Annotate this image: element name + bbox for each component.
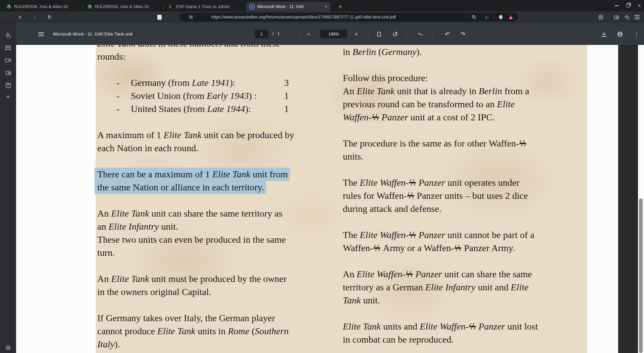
fit-page-icon[interactable]: [374, 30, 384, 39]
download-icon[interactable]: [599, 30, 608, 39]
text-line: If Germany takes over Italy, the German …: [97, 311, 339, 325]
reader-mode-icon[interactable]: ▷: [484, 14, 491, 20]
text-line: Follow this procedure:: [343, 71, 584, 84]
more-options-icon[interactable]: ⋮: [632, 30, 641, 39]
toolbar-separator: [300, 31, 300, 38]
tab-rulebook-2[interactable]: RULEBOOK, Axis & Allies Glob: [84, 2, 162, 11]
scrollbar-thumb[interactable]: [639, 198, 643, 353]
tab-active-pdf[interactable]: ★ Microsoft Word - 11. G40 ×: [246, 2, 330, 11]
window-close-button[interactable]: ×: [636, 3, 643, 8]
text-line: Waffen-ϟϟ Army or a Waffen-ϟϟ Panzer Arm…: [343, 241, 584, 254]
text-run: Italy: [97, 339, 114, 349]
paragraph: An Elite Tank unit that is already in Be…: [343, 84, 584, 124]
bookmarks-icon[interactable]: [5, 82, 11, 89]
add-panel-icon[interactable]: +: [5, 94, 11, 100]
tab-close-icon[interactable]: ×: [322, 4, 327, 9]
text-run: ϟϟ: [519, 138, 525, 149]
tab-title: RULEBOOK, Axis & Allies Glob: [14, 4, 68, 9]
text-run: unit and: [476, 282, 511, 292]
address-bar[interactable]: https://www.axisandallies.org/forums/ass…: [179, 13, 518, 21]
text-line: Waffen-ϟϟ Panzer unit at a cost of 2 IPC…: [343, 111, 584, 124]
highlighted-line: There can be a maximum of 1 Elite Tank u…: [97, 168, 339, 181]
rotate-icon[interactable]: ↺: [390, 30, 400, 39]
text-run: Panzer units – but uses 2 dice: [414, 190, 528, 201]
text-run: ):: [230, 77, 235, 88]
url-text[interactable]: https://www.axisandallies.org/forums/ass…: [211, 15, 396, 19]
video-icon[interactable]: [5, 57, 11, 64]
list-item: -Germany (from Late 1941):3: [97, 76, 339, 89]
text-run: ϟϟ: [407, 190, 413, 201]
text-run: ϟϟ: [406, 269, 412, 279]
scrollbar-track[interactable]: [638, 45, 644, 353]
forward-icon[interactable]: ›: [31, 13, 39, 21]
left-column: Elite Tank units in these numbers and fr…: [97, 45, 339, 351]
page-number-input[interactable]: 1: [255, 30, 268, 38]
zoom-in-icon[interactable]: +: [352, 30, 361, 39]
new-tab-button[interactable]: +: [336, 2, 345, 11]
wallet-icon[interactable]: [5, 69, 11, 76]
text-run: ϟϟ: [409, 230, 415, 240]
back-icon[interactable]: ‹: [16, 13, 24, 21]
pdf-menu-icon[interactable]: [36, 30, 46, 39]
brave-sidebar: + ⚙: [0, 23, 16, 353]
text-run: Late 1941: [192, 77, 230, 88]
text-run: An: [97, 208, 111, 219]
text-run: ).: [114, 339, 120, 349]
text-run: during attack and defense.: [343, 203, 441, 214]
print-icon[interactable]: [615, 30, 625, 39]
text-line: These two units can even be produced in …: [97, 233, 339, 246]
text-run: Elite Tank: [97, 45, 135, 49]
text-line: Elite Tank units in these numbers and fr…: [97, 45, 339, 50]
text-run: The: [343, 177, 360, 188]
text-run: Elite Tank: [343, 321, 381, 332]
browser-toolbar: ‹ › ↻ https://www.axisandallies.org/foru…: [0, 11, 644, 23]
window-restore-button[interactable]: [625, 3, 631, 8]
annotate-icon[interactable]: [416, 30, 425, 39]
text-run: previous round can be transformed to an: [343, 99, 497, 109]
text-run: unit that is already in: [395, 86, 479, 96]
search-panel-icon[interactable]: [596, 13, 605, 21]
reload-icon[interactable]: ↻: [45, 13, 54, 21]
text-run: Panzer: [379, 112, 408, 122]
zoom-out-icon[interactable]: −: [304, 30, 313, 39]
leo-sparkle-icon[interactable]: [623, 13, 631, 21]
tab-rulebook-1[interactable]: RULEBOOK, Axis & Allies Glob: [3, 2, 81, 11]
text-run: units and: [381, 321, 420, 332]
window-minimize-button[interactable]: [613, 3, 620, 8]
text-run: The procedure is the same as for other W…: [343, 138, 519, 149]
text-run: Soviet Union (from: [131, 91, 207, 101]
zoom-in-page-icon[interactable]: [471, 14, 477, 20]
reading-list-icon[interactable]: [5, 45, 11, 51]
brave-shields-lion-icon[interactable]: [497, 14, 504, 20]
paragraph: Elite Tank units in these numbers and fr…: [97, 45, 339, 63]
text-run: The: [343, 230, 360, 240]
text-run: Waffen-: [343, 112, 372, 122]
text-run: Panzer: [416, 230, 445, 240]
menu-icon[interactable]: [633, 13, 641, 21]
text-run: Elite Infantry: [425, 282, 476, 292]
site-settings-icon[interactable]: [187, 14, 194, 20]
tab-exp-game[interactable]: ♞ EXP Game 1 Trout vs Johnny: [165, 2, 245, 11]
brave-rewards-triangle-icon[interactable]: [507, 14, 514, 20]
text-run: rounds:: [97, 51, 125, 62]
text-run: Elite Waffen-: [420, 321, 469, 332]
settings-gear-icon[interactable]: ⚙: [5, 344, 11, 351]
text-line: Italy).: [97, 338, 339, 351]
wallet-icon[interactable]: [612, 13, 621, 21]
undo-icon[interactable]: ↶: [443, 30, 452, 39]
leo-sparkle-icon[interactable]: [5, 32, 11, 39]
text-run: Elite: [511, 282, 529, 292]
text-run: Panzer: [413, 269, 442, 279]
text-run: Elite Waffen-: [360, 230, 409, 240]
zoom-level-input[interactable]: 195%: [320, 30, 347, 38]
bookmark-icon[interactable]: [155, 13, 164, 21]
text-line: during attack and defense.: [343, 202, 584, 215]
text-run: Army or a Waffen-: [381, 243, 454, 253]
selected-text: the same Nation or alliance in each terr…: [95, 181, 266, 194]
text-run: unit can share the same: [442, 269, 532, 279]
text-run: cannot produce: [97, 326, 157, 336]
redo-icon[interactable]: ↷: [458, 30, 468, 39]
list-value: 1: [284, 102, 289, 115]
text-line: The Elite Waffen-ϟϟ Panzer unit operates…: [343, 176, 584, 189]
paragraph: A maximum of 1 Elite Tank unit can be pr…: [97, 128, 339, 155]
